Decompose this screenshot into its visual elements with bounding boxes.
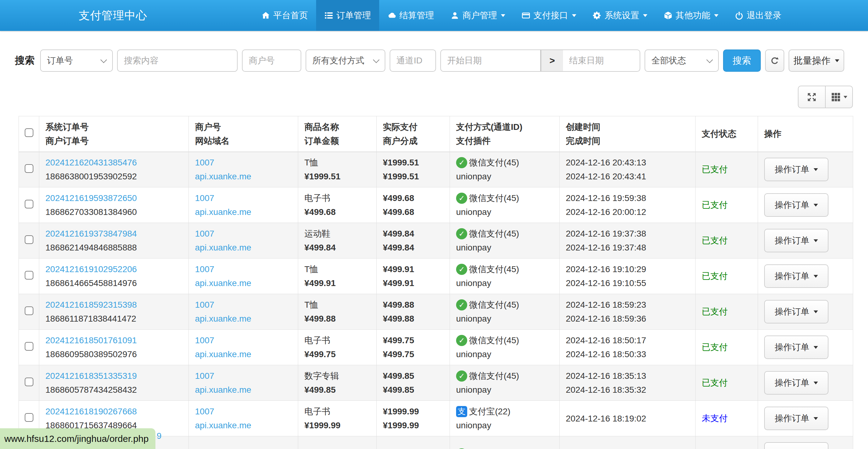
- nav-item-1[interactable]: 订单管理: [316, 0, 379, 31]
- refresh-button[interactable]: [765, 50, 784, 72]
- paid-amount: ¥499.84: [383, 227, 450, 241]
- nav-item-7[interactable]: 退出登录: [726, 0, 789, 31]
- merchant-id-link[interactable]: 1007: [195, 158, 214, 167]
- row-checkbox[interactable]: [25, 413, 33, 422]
- start-date-input[interactable]: [440, 50, 541, 72]
- bulk-actions-button[interactable]: 批量操作: [788, 50, 844, 72]
- nav-item-5[interactable]: 系统设置: [584, 0, 655, 31]
- status-select-value: 全部状态: [651, 55, 686, 66]
- order-no-link[interactable]: 2024121618501761091: [45, 335, 137, 345]
- order-action-button[interactable]: 操作订单: [764, 300, 829, 324]
- end-date-input[interactable]: [563, 50, 640, 72]
- merchant-id-link[interactable]: 1007: [195, 193, 214, 203]
- status-badge: 未支付: [702, 414, 728, 423]
- order-no-link[interactable]: 2024121618592315398: [45, 300, 137, 309]
- search-field-select[interactable]: 订单号: [40, 50, 113, 72]
- caret-down-icon: [814, 417, 818, 420]
- domain-link[interactable]: api.xuanke.me: [195, 314, 251, 324]
- pay-type-select[interactable]: 所有支付方式: [306, 50, 385, 72]
- order-action-button[interactable]: 操作订单: [764, 229, 829, 252]
- order-no-link[interactable]: 2024121619373847984: [45, 229, 137, 238]
- cube-icon: [663, 11, 673, 20]
- merchant-id-link[interactable]: 1007: [195, 335, 214, 345]
- search-button[interactable]: 搜索: [723, 50, 761, 72]
- order-action-button[interactable]: 操作订单: [764, 371, 829, 395]
- order-action-button[interactable]: 操作订单: [764, 407, 829, 430]
- domain-link[interactable]: api.xuanke.me: [195, 421, 251, 430]
- cloud-icon: [387, 11, 397, 20]
- chevron-down-icon: [706, 56, 713, 63]
- completed-time: 2024-12-16 18:59:36: [566, 312, 695, 326]
- order-action-button[interactable]: 操作订单: [764, 335, 829, 359]
- caret-down-icon: [572, 14, 576, 17]
- order-amount: ¥1999.51: [304, 170, 376, 183]
- merchant-order-no: 1868614665458814976: [45, 276, 188, 290]
- domain-link[interactable]: api.xuanke.me: [195, 243, 251, 252]
- order-action-button[interactable]: 操作订单: [764, 264, 829, 288]
- table-row: 2024121618351335319 1868605787434258432 …: [19, 365, 853, 401]
- gear-icon: [592, 11, 602, 20]
- caret-down-icon: [835, 59, 839, 62]
- brand-title[interactable]: 支付管理中心: [79, 0, 147, 31]
- order-no-link[interactable]: 2024121619102952206: [45, 264, 137, 274]
- created-time: 2024-12-16 18:50:17: [566, 333, 695, 347]
- created-time: 2024-12-16 19:10:29: [566, 262, 695, 276]
- nav-item-3[interactable]: 商户管理: [442, 0, 513, 31]
- merchant-order-no: 1868605787434258432: [45, 383, 188, 397]
- order-no-link[interactable]: 2024121619593872650: [45, 193, 137, 203]
- channel-id-input[interactable]: [390, 50, 436, 72]
- merchant-order-no: 1868621494846885888: [45, 241, 188, 255]
- order-action-button[interactable]: 操作订单: [764, 193, 829, 217]
- order-no-link[interactable]: 2024121618190267668: [45, 407, 137, 416]
- domain-link[interactable]: api.xuanke.me: [195, 278, 251, 288]
- caret-down-icon: [814, 168, 818, 171]
- refresh-icon: [770, 56, 779, 65]
- nav-item-2[interactable]: 结算管理: [379, 0, 442, 31]
- status-badge: 已支付: [702, 164, 728, 174]
- merchant-id-link[interactable]: 1007: [195, 407, 214, 416]
- nav-item-4[interactable]: 支付接口: [513, 0, 584, 31]
- order-action-button[interactable]: 操作订单: [764, 442, 829, 449]
- created-time: 2024-12-16 18:59:23: [566, 298, 695, 312]
- order-action-button[interactable]: 操作订单: [764, 158, 829, 181]
- completed-time: 2024-12-16 19:10:55: [566, 276, 695, 290]
- created-time: 2024-12-16 18:19:02: [566, 412, 695, 425]
- row-checkbox[interactable]: [25, 235, 33, 244]
- paid-amount: ¥1999.99: [383, 405, 450, 418]
- domain-link[interactable]: api.xuanke.me: [195, 385, 251, 395]
- merchant-id-link[interactable]: 1007: [195, 264, 214, 274]
- domain-link[interactable]: api.xuanke.me: [195, 207, 251, 217]
- table-row: 2024121618592315398 1868611871838441472 …: [19, 294, 853, 330]
- nav-item-6[interactable]: 其他功能: [655, 0, 726, 31]
- pay-method-icon: ✓: [456, 157, 467, 168]
- merchant-id-link[interactable]: 1007: [195, 229, 214, 238]
- merchant-id-link[interactable]: 1007: [195, 371, 214, 381]
- search-keyword-input[interactable]: [117, 50, 238, 72]
- row-checkbox[interactable]: [25, 342, 33, 351]
- columns-button[interactable]: [825, 86, 853, 108]
- pay-method: 微信支付(45): [469, 369, 519, 383]
- status-select[interactable]: 全部状态: [645, 50, 719, 72]
- nav-item-0[interactable]: 平台首页: [253, 0, 316, 31]
- order-no-link[interactable]: 2024121620431385476: [45, 158, 137, 167]
- row-checkbox[interactable]: [25, 271, 33, 279]
- pay-method-icon: ✓: [456, 228, 467, 239]
- order-amount: ¥499.85: [304, 383, 376, 397]
- status-badge: 已支付: [702, 236, 728, 245]
- table-row: 2024121618501761091 1868609580389502976 …: [19, 330, 853, 365]
- domain-link[interactable]: api.xuanke.me: [195, 172, 251, 181]
- order-no-link[interactable]: 2024121618351335319: [45, 371, 137, 381]
- fullscreen-button[interactable]: [798, 86, 826, 108]
- row-checkbox[interactable]: [25, 200, 33, 208]
- merchant-id-input[interactable]: [242, 50, 301, 72]
- table-row: 2024121619593872650 1868627033081384960 …: [19, 187, 853, 223]
- orders-tbody: 2024121620431385476 1868638001953902592 …: [19, 152, 853, 449]
- select-all-checkbox[interactable]: [25, 128, 33, 137]
- domain-link[interactable]: api.xuanke.me: [195, 350, 251, 359]
- nav-item-label: 退出登录: [747, 9, 781, 21]
- pay-method: 微信支付(45): [469, 298, 519, 312]
- row-checkbox[interactable]: [25, 306, 33, 315]
- row-checkbox[interactable]: [25, 164, 33, 173]
- merchant-id-link[interactable]: 1007: [195, 300, 214, 309]
- row-checkbox[interactable]: [25, 378, 33, 386]
